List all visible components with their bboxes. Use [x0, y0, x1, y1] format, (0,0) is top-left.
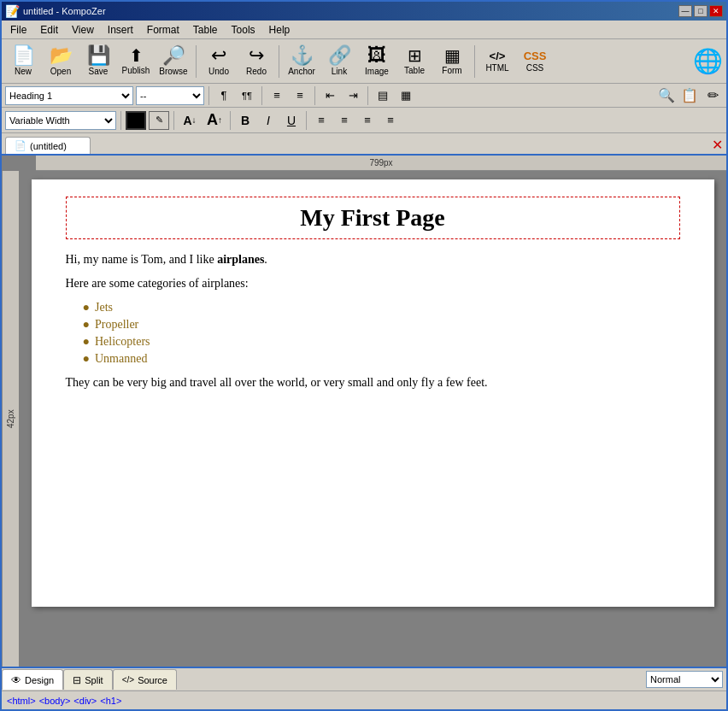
list-item: Jets	[83, 301, 680, 314]
save-button[interactable]: 💾 Save	[80, 42, 116, 81]
table-fmt-btn[interactable]: ▦	[396, 86, 416, 105]
para2-btn[interactable]: ¶¶	[237, 86, 257, 105]
ruler-px-label: 799px	[369, 158, 392, 167]
new-button[interactable]: 📄 New	[5, 42, 41, 81]
new-label: New	[15, 67, 32, 76]
page-heading[interactable]: My First Page	[66, 197, 680, 239]
menu-file[interactable]: File	[3, 22, 33, 38]
image-label: Image	[365, 67, 389, 76]
css-icon: CSS	[524, 50, 547, 62]
ul-btn[interactable]: ≡	[267, 86, 287, 105]
ol-btn[interactable]: ≡	[290, 86, 310, 105]
toolbar2-sep-3	[314, 86, 315, 105]
list-item: Helicopters	[83, 335, 680, 349]
indent-btn[interactable]: ⇥	[343, 86, 363, 105]
open-button[interactable]: 📂 Open	[43, 42, 79, 81]
toolbar2-sep-4	[367, 86, 368, 105]
italic-button[interactable]: I	[258, 111, 279, 130]
status-body-tag[interactable]: <body>	[39, 696, 71, 706]
decrease-font-button[interactable]: A↓	[179, 111, 201, 130]
close-button[interactable]: ✕	[709, 5, 723, 17]
para-1-suffix: .	[264, 253, 267, 266]
redo-button[interactable]: ↪ Redo	[238, 42, 274, 81]
browse-button[interactable]: 🔎 Browse	[156, 42, 191, 81]
anchor-icon: ⚓	[291, 46, 314, 65]
style-select[interactable]: -- Default Bold	[136, 86, 204, 105]
minimize-button[interactable]: —	[678, 5, 692, 17]
tab-close-icon[interactable]: ✕	[712, 137, 723, 153]
status-html-tag[interactable]: <html>	[7, 696, 36, 706]
para-btn[interactable]: ¶	[214, 86, 234, 105]
highlight-button[interactable]: ✎	[149, 111, 169, 130]
table-button[interactable]: ⊞ Table	[396, 42, 432, 81]
list-item: Propeller	[83, 318, 680, 332]
document-tab[interactable]: 📄 (untitled)	[5, 137, 91, 154]
css-button[interactable]: CSS CSS	[517, 42, 553, 81]
toolbar2-sep-2	[261, 86, 262, 105]
extra-btn-2[interactable]: 📋	[679, 86, 700, 105]
table-icon: ⊞	[408, 47, 422, 64]
design-tab[interactable]: 👁 Design	[2, 669, 63, 690]
undo-button[interactable]: ↩ Undo	[201, 42, 237, 81]
align-center-button[interactable]: ≡	[334, 111, 355, 130]
image-button[interactable]: 🖼 Image	[359, 42, 395, 81]
html-button[interactable]: </> HTML	[479, 42, 515, 81]
redo-icon: ↪	[249, 46, 264, 65]
extra-btn-1[interactable]: 🔍	[656, 86, 677, 105]
source-tab[interactable]: </> Source	[113, 669, 177, 690]
align-right-button[interactable]: ≡	[357, 111, 378, 130]
publish-button[interactable]: ⬆ Publish	[118, 42, 154, 81]
status-h1-tag[interactable]: <h1>	[100, 696, 121, 706]
text-color-button[interactable]	[126, 111, 146, 130]
para-1-prefix: Hi, my name is Tom, and I like	[66, 253, 218, 266]
status-div-tag[interactable]: <div>	[73, 696, 97, 706]
form-button[interactable]: ▦ Form	[434, 42, 470, 81]
menu-tools[interactable]: Tools	[225, 22, 262, 38]
toolbar2-sep-1	[208, 86, 209, 105]
format-toolbar: Heading 1 Heading 2 Heading 3 Normal Par…	[2, 84, 726, 108]
publish-label: Publish	[122, 66, 150, 75]
menu-format[interactable]: Format	[140, 22, 186, 38]
globe-button[interactable]: 🌐	[692, 42, 723, 81]
font-select[interactable]: Variable Width Fixed Width	[5, 111, 116, 130]
titlebar: 📝 untitled - KompoZer — □ ✕	[2, 2, 726, 21]
toolbar-sep-2	[279, 45, 279, 78]
source-tab-label: Source	[138, 675, 167, 685]
menu-edit[interactable]: Edit	[33, 22, 65, 38]
heading-select[interactable]: Heading 1 Heading 2 Heading 3 Normal Par…	[5, 86, 133, 105]
underline-button[interactable]: U	[281, 111, 302, 130]
maximize-button[interactable]: □	[694, 5, 707, 17]
increase-font-button[interactable]: A↑	[203, 111, 226, 130]
menu-table[interactable]: Table	[186, 22, 225, 38]
globe-icon: 🌐	[693, 47, 723, 75]
form-label: Form	[442, 66, 461, 75]
menubar: File Edit View Insert Format Table Tools…	[2, 21, 726, 39]
block-btn[interactable]: ▤	[373, 86, 393, 105]
extra-btn-3[interactable]: ✏	[702, 86, 723, 105]
para-3: They can be very big and travel all over…	[66, 376, 680, 390]
link-label: Link	[332, 67, 347, 76]
zoom-select[interactable]: Normal 125% 150% 75%	[646, 671, 723, 688]
menu-insert[interactable]: Insert	[101, 22, 140, 38]
para-1: Hi, my name is Tom, and I like airplanes…	[66, 253, 680, 267]
menu-view[interactable]: View	[65, 22, 101, 38]
outdent-btn[interactable]: ⇤	[320, 86, 340, 105]
anchor-button[interactable]: ⚓ Anchor	[284, 42, 320, 81]
menu-help[interactable]: Help	[262, 22, 297, 38]
bold-button[interactable]: B	[235, 111, 255, 130]
source-tab-icon: </>	[122, 675, 134, 685]
document-page[interactable]: My First Page Hi, my name is Tom, and I …	[32, 179, 714, 607]
browse-label: Browse	[159, 67, 187, 76]
toolbar3-sep-3	[230, 111, 231, 130]
align-justify-button[interactable]: ≡	[380, 111, 401, 130]
page-area[interactable]: My First Page Hi, my name is Tom, and I …	[19, 171, 726, 667]
split-tab[interactable]: ⊟ Split	[63, 669, 112, 690]
form-icon: ▦	[444, 47, 461, 64]
link-button[interactable]: 🔗 Link	[321, 42, 357, 81]
titlebar-title: untitled - KompoZer	[23, 6, 106, 16]
design-tab-label: Design	[25, 675, 54, 685]
open-icon: 📂	[50, 46, 73, 65]
align-left-button[interactable]: ≡	[311, 111, 332, 130]
titlebar-title-area: 📝 untitled - KompoZer	[5, 4, 106, 18]
css-label: CSS	[526, 63, 544, 73]
